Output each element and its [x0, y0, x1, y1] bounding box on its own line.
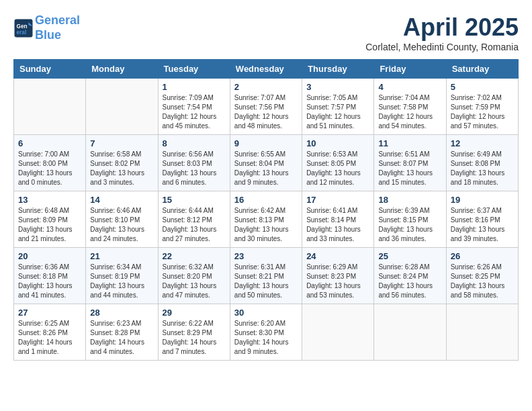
calendar-week-4: 20Sunrise: 6:36 AM Sunset: 8:18 PM Dayli… — [14, 248, 519, 304]
day-number: 22 — [163, 251, 226, 261]
day-number: 26 — [451, 251, 514, 261]
day-header-wednesday: Wednesday — [230, 60, 302, 79]
day-number: 28 — [90, 308, 153, 318]
day-info: Sunrise: 6:55 AM Sunset: 8:04 PM Dayligh… — [234, 150, 298, 187]
calendar-cell: 17Sunrise: 6:41 AM Sunset: 8:14 PM Dayli… — [302, 191, 374, 248]
calendar-week-3: 13Sunrise: 6:48 AM Sunset: 8:09 PM Dayli… — [14, 191, 519, 248]
calendar-cell: 19Sunrise: 6:37 AM Sunset: 8:16 PM Dayli… — [446, 191, 518, 248]
logo-text: General Blue — [35, 13, 80, 42]
day-info: Sunrise: 7:09 AM Sunset: 7:54 PM Dayligh… — [163, 93, 226, 131]
day-info: Sunrise: 6:34 AM Sunset: 8:19 PM Dayligh… — [90, 263, 153, 300]
day-info: Sunrise: 7:00 AM Sunset: 8:00 PM Dayligh… — [18, 150, 81, 187]
day-info: Sunrise: 6:41 AM Sunset: 8:14 PM Dayligh… — [306, 206, 369, 244]
day-info: Sunrise: 7:04 AM Sunset: 7:58 PM Dayligh… — [378, 93, 441, 131]
day-info: Sunrise: 6:58 AM Sunset: 8:02 PM Dayligh… — [90, 150, 153, 187]
day-number: 6 — [18, 138, 81, 148]
day-info: Sunrise: 6:53 AM Sunset: 8:05 PM Dayligh… — [306, 150, 369, 187]
page-header: Gen eral General Blue April 2025 Corlate… — [13, 13, 519, 52]
day-info: Sunrise: 6:26 AM Sunset: 8:25 PM Dayligh… — [451, 263, 514, 300]
day-number: 18 — [378, 195, 441, 205]
day-number: 19 — [451, 195, 514, 205]
day-info: Sunrise: 6:20 AM Sunset: 8:30 PM Dayligh… — [234, 319, 298, 357]
location-subtitle: Corlatel, Mehedinti County, Romania — [365, 42, 519, 52]
calendar-cell: 18Sunrise: 6:39 AM Sunset: 8:15 PM Dayli… — [374, 191, 446, 248]
calendar-cell: 4Sunrise: 7:04 AM Sunset: 7:58 PM Daylig… — [374, 79, 446, 135]
day-info: Sunrise: 7:02 AM Sunset: 7:59 PM Dayligh… — [451, 93, 514, 131]
day-number: 21 — [90, 251, 153, 261]
calendar-cell: 11Sunrise: 6:51 AM Sunset: 8:07 PM Dayli… — [374, 135, 446, 191]
day-info: Sunrise: 6:22 AM Sunset: 8:29 PM Dayligh… — [163, 319, 226, 357]
day-number: 3 — [306, 82, 369, 92]
calendar-cell: 6Sunrise: 7:00 AM Sunset: 8:00 PM Daylig… — [14, 135, 86, 191]
month-title: April 2025 — [365, 13, 519, 42]
calendar-cell: 10Sunrise: 6:53 AM Sunset: 8:05 PM Dayli… — [302, 135, 374, 191]
day-header-sunday: Sunday — [14, 60, 86, 79]
calendar-cell: 26Sunrise: 6:26 AM Sunset: 8:25 PM Dayli… — [446, 248, 518, 304]
day-info: Sunrise: 6:25 AM Sunset: 8:26 PM Dayligh… — [18, 319, 81, 357]
calendar-cell: 14Sunrise: 6:46 AM Sunset: 8:10 PM Dayli… — [86, 191, 158, 248]
day-info: Sunrise: 6:44 AM Sunset: 8:12 PM Dayligh… — [163, 206, 226, 244]
calendar-cell: 27Sunrise: 6:25 AM Sunset: 8:26 PM Dayli… — [14, 304, 86, 361]
calendar-cell: 8Sunrise: 6:56 AM Sunset: 8:03 PM Daylig… — [158, 135, 230, 191]
day-info: Sunrise: 6:42 AM Sunset: 8:13 PM Dayligh… — [234, 206, 298, 244]
day-header-friday: Friday — [374, 60, 446, 79]
calendar-cell: 1Sunrise: 7:09 AM Sunset: 7:54 PM Daylig… — [158, 79, 230, 135]
calendar-cell: 21Sunrise: 6:34 AM Sunset: 8:19 PM Dayli… — [86, 248, 158, 304]
day-number: 27 — [18, 308, 81, 318]
day-number: 23 — [234, 251, 298, 261]
calendar-cell: 5Sunrise: 7:02 AM Sunset: 7:59 PM Daylig… — [446, 79, 518, 135]
day-header-saturday: Saturday — [446, 60, 518, 79]
day-number: 29 — [163, 308, 226, 318]
day-number: 15 — [163, 195, 226, 205]
calendar-cell — [14, 79, 86, 135]
calendar-week-2: 6Sunrise: 7:00 AM Sunset: 8:00 PM Daylig… — [14, 135, 519, 191]
day-info: Sunrise: 6:29 AM Sunset: 8:23 PM Dayligh… — [306, 263, 369, 300]
day-number: 7 — [90, 138, 153, 148]
day-number: 9 — [234, 138, 298, 148]
calendar-cell — [302, 304, 374, 361]
day-number: 11 — [378, 138, 441, 148]
day-number: 25 — [378, 251, 441, 261]
day-number: 8 — [163, 138, 226, 148]
calendar-header-row: SundayMondayTuesdayWednesdayThursdayFrid… — [14, 60, 519, 79]
day-info: Sunrise: 6:23 AM Sunset: 8:28 PM Dayligh… — [90, 319, 153, 357]
calendar-cell: 9Sunrise: 6:55 AM Sunset: 8:04 PM Daylig… — [230, 135, 302, 191]
calendar-cell: 30Sunrise: 6:20 AM Sunset: 8:30 PM Dayli… — [230, 304, 302, 361]
title-section: April 2025 Corlatel, Mehedinti County, R… — [365, 13, 519, 52]
day-info: Sunrise: 6:36 AM Sunset: 8:18 PM Dayligh… — [18, 263, 81, 300]
day-info: Sunrise: 6:37 AM Sunset: 8:16 PM Dayligh… — [451, 206, 514, 244]
calendar-cell: 13Sunrise: 6:48 AM Sunset: 8:09 PM Dayli… — [14, 191, 86, 248]
day-info: Sunrise: 7:05 AM Sunset: 7:57 PM Dayligh… — [306, 93, 369, 131]
calendar-cell: 22Sunrise: 6:32 AM Sunset: 8:20 PM Dayli… — [158, 248, 230, 304]
calendar-cell: 29Sunrise: 6:22 AM Sunset: 8:29 PM Dayli… — [158, 304, 230, 361]
calendar-cell — [446, 304, 518, 361]
calendar-cell: 16Sunrise: 6:42 AM Sunset: 8:13 PM Dayli… — [230, 191, 302, 248]
day-info: Sunrise: 7:07 AM Sunset: 7:56 PM Dayligh… — [234, 93, 298, 131]
day-number: 20 — [18, 251, 81, 261]
day-number: 24 — [306, 251, 369, 261]
day-info: Sunrise: 6:49 AM Sunset: 8:08 PM Dayligh… — [451, 150, 514, 187]
calendar-cell: 23Sunrise: 6:31 AM Sunset: 8:21 PM Dayli… — [230, 248, 302, 304]
day-info: Sunrise: 6:56 AM Sunset: 8:03 PM Dayligh… — [163, 150, 226, 187]
day-number: 12 — [451, 138, 514, 148]
day-info: Sunrise: 6:32 AM Sunset: 8:20 PM Dayligh… — [163, 263, 226, 300]
day-header-monday: Monday — [86, 60, 158, 79]
day-number: 4 — [378, 82, 441, 92]
day-number: 16 — [234, 195, 298, 205]
svg-text:Gen: Gen — [17, 24, 28, 30]
calendar-cell: 7Sunrise: 6:58 AM Sunset: 8:02 PM Daylig… — [86, 135, 158, 191]
calendar-cell — [86, 79, 158, 135]
svg-text:eral: eral — [17, 30, 27, 36]
day-info: Sunrise: 6:28 AM Sunset: 8:24 PM Dayligh… — [378, 263, 441, 300]
day-number: 5 — [451, 82, 514, 92]
day-number: 10 — [306, 138, 369, 148]
calendar-cell: 25Sunrise: 6:28 AM Sunset: 8:24 PM Dayli… — [374, 248, 446, 304]
calendar-cell: 2Sunrise: 7:07 AM Sunset: 7:56 PM Daylig… — [230, 79, 302, 135]
calendar-table: SundayMondayTuesdayWednesdayThursdayFrid… — [13, 59, 519, 361]
calendar-cell — [374, 304, 446, 361]
calendar-cell: 12Sunrise: 6:49 AM Sunset: 8:08 PM Dayli… — [446, 135, 518, 191]
day-number: 2 — [234, 82, 298, 92]
day-info: Sunrise: 6:51 AM Sunset: 8:07 PM Dayligh… — [378, 150, 441, 187]
calendar-week-1: 1Sunrise: 7:09 AM Sunset: 7:54 PM Daylig… — [14, 79, 519, 135]
day-number: 30 — [234, 308, 298, 318]
